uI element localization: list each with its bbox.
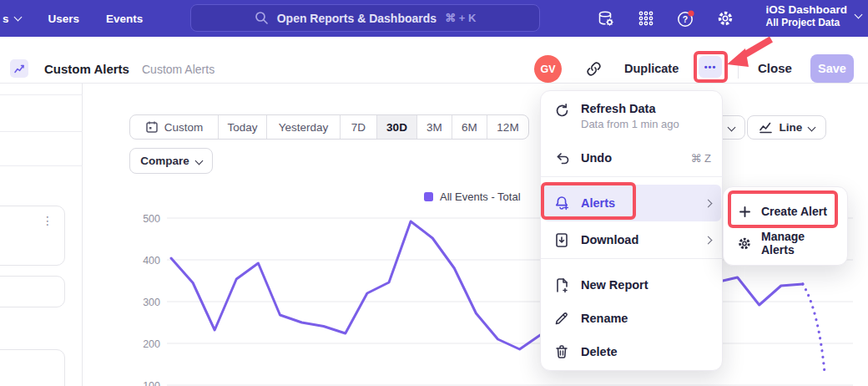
menu-item-delete[interactable]: Delete bbox=[543, 335, 721, 368]
data-management-icon[interactable] bbox=[596, 8, 616, 28]
menu-item-new-report[interactable]: New Report bbox=[543, 268, 721, 302]
chart-legend: All Events - Total bbox=[424, 190, 521, 203]
legend-label: All Events - Total bbox=[440, 190, 521, 203]
compare-button[interactable]: Compare bbox=[129, 148, 213, 174]
alerts-submenu: Create Alert Manage Alerts bbox=[723, 186, 848, 266]
chevron-down-icon bbox=[13, 13, 22, 22]
nav-item-partial[interactable]: s bbox=[3, 13, 21, 25]
report-type-icon bbox=[10, 59, 28, 78]
chevron-down-icon bbox=[808, 124, 816, 132]
apps-grid-icon[interactable] bbox=[636, 8, 656, 28]
divider bbox=[0, 131, 83, 132]
query-card[interactable] bbox=[0, 206, 65, 266]
report-toolbar: Custom Alerts Custom Alerts GV Duplicate… bbox=[0, 37, 868, 84]
breadcrumb: Custom Alerts bbox=[142, 63, 214, 76]
duplicate-button[interactable]: Duplicate bbox=[624, 62, 679, 75]
query-card[interactable] bbox=[0, 276, 65, 307]
divider bbox=[0, 94, 83, 95]
menu-item-download[interactable]: Download bbox=[543, 223, 721, 256]
bell-plus-icon bbox=[553, 195, 570, 211]
calendar-icon bbox=[145, 120, 159, 134]
undo-shortcut: ⌘ Z bbox=[690, 152, 711, 165]
more-options-button[interactable]: ••• bbox=[699, 56, 722, 78]
chart-type-button[interactable]: Line bbox=[747, 115, 826, 140]
divider bbox=[541, 258, 724, 259]
chevron-right-icon bbox=[704, 199, 713, 207]
svg-text:?: ? bbox=[682, 14, 687, 24]
svg-text:500: 500 bbox=[143, 213, 160, 225]
query-card[interactable] bbox=[0, 349, 65, 386]
app-window: 500400300200100 All Events - Total Custo… bbox=[0, 0, 868, 386]
svg-text:300: 300 bbox=[143, 297, 160, 308]
submenu-item-manage-alerts[interactable]: Manage Alerts bbox=[727, 227, 845, 259]
undo-icon bbox=[553, 150, 570, 166]
close-button[interactable]: Close bbox=[758, 61, 792, 75]
download-icon bbox=[553, 231, 570, 248]
submenu-item-create-alert[interactable]: Create Alert bbox=[727, 196, 845, 227]
date-range-12m[interactable]: 12M bbox=[487, 115, 528, 139]
date-range-custom[interactable]: Custom bbox=[130, 115, 218, 139]
chevron-down-icon bbox=[855, 10, 863, 18]
divider bbox=[738, 55, 739, 79]
date-range-3m[interactable]: 3M bbox=[416, 115, 452, 139]
more-options-menu: Refresh Data Data from 1 min ago Undo ⌘ … bbox=[540, 90, 723, 371]
menu-item-rename[interactable]: Rename bbox=[543, 302, 721, 335]
svg-text:100: 100 bbox=[143, 380, 160, 386]
svg-text:200: 200 bbox=[143, 338, 160, 350]
chevron-right-icon bbox=[704, 236, 713, 244]
top-navbar: s Users Events Open Reports & Dashboards… bbox=[0, 0, 868, 37]
avatar[interactable]: GV bbox=[534, 55, 562, 83]
project-title: iOS Dashboard bbox=[765, 3, 847, 16]
search-icon bbox=[255, 11, 269, 25]
svg-text:400: 400 bbox=[143, 255, 160, 267]
help-icon[interactable]: ? bbox=[675, 8, 695, 28]
refresh-icon bbox=[553, 102, 570, 119]
settings-gear-icon[interactable] bbox=[715, 8, 735, 28]
gear-icon bbox=[737, 236, 752, 251]
refresh-status: Data from 1 min ago bbox=[581, 118, 711, 130]
project-switcher[interactable]: iOS Dashboard All Project Data bbox=[765, 3, 861, 28]
file-plus-icon bbox=[553, 277, 570, 293]
left-config-pane: ⋮ bbox=[0, 84, 83, 386]
date-range-control: Custom Today Yesterday 7D 30D 3M 6M 12M bbox=[129, 114, 529, 140]
date-range-yesterday[interactable]: Yesterday bbox=[266, 115, 340, 139]
date-range-7d[interactable]: 7D bbox=[340, 115, 376, 139]
legend-swatch bbox=[424, 192, 433, 201]
nav-item-users[interactable]: Users bbox=[48, 13, 80, 25]
date-range-30d[interactable]: 30D bbox=[376, 115, 416, 139]
menu-item-undo[interactable]: Undo ⌘ Z bbox=[543, 143, 721, 173]
kebab-menu-icon[interactable]: ⋮ bbox=[42, 214, 53, 227]
date-range-6m[interactable]: 6M bbox=[452, 115, 487, 139]
copy-link-icon[interactable] bbox=[583, 58, 603, 79]
divider bbox=[0, 165, 83, 166]
save-button[interactable]: Save bbox=[810, 54, 854, 83]
divider bbox=[541, 176, 724, 177]
date-range-today[interactable]: Today bbox=[218, 115, 266, 139]
chevron-down-icon bbox=[194, 157, 203, 165]
nav-item-events[interactable]: Events bbox=[106, 13, 143, 25]
line-chart-icon bbox=[759, 121, 773, 134]
chevron-down-icon bbox=[728, 124, 736, 132]
menu-item-refresh-data[interactable]: Refresh Data Data from 1 min ago bbox=[543, 98, 721, 136]
pencil-icon bbox=[553, 310, 570, 327]
search-input[interactable]: Open Reports & Dashboards ⌘ + K bbox=[190, 4, 540, 32]
plus-icon bbox=[737, 204, 752, 219]
trash-icon bbox=[553, 343, 570, 360]
menu-item-alerts[interactable]: Alerts bbox=[543, 185, 721, 221]
page-title: Custom Alerts bbox=[44, 62, 129, 76]
project-subtitle: All Project Data bbox=[765, 17, 847, 28]
